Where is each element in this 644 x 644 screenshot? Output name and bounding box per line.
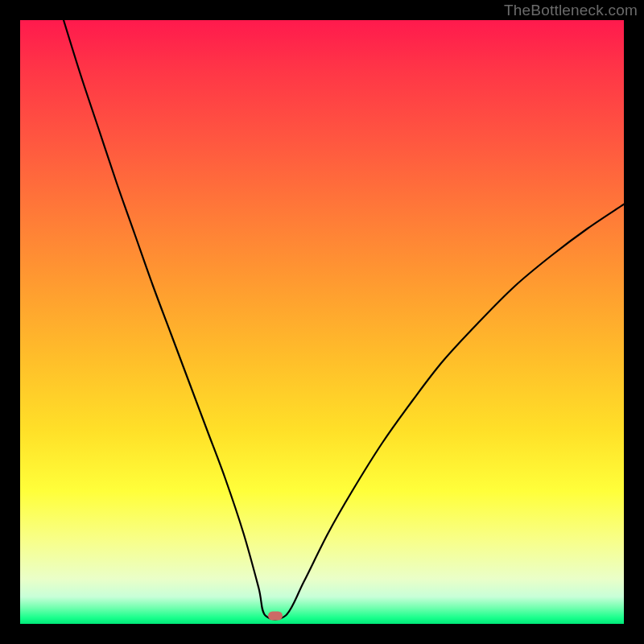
optimum-marker [268,611,283,620]
bottleneck-curve [20,20,624,624]
plot-area [20,20,624,624]
frame: TheBottleneck.com [0,0,644,644]
watermark-text: TheBottleneck.com [504,2,638,19]
